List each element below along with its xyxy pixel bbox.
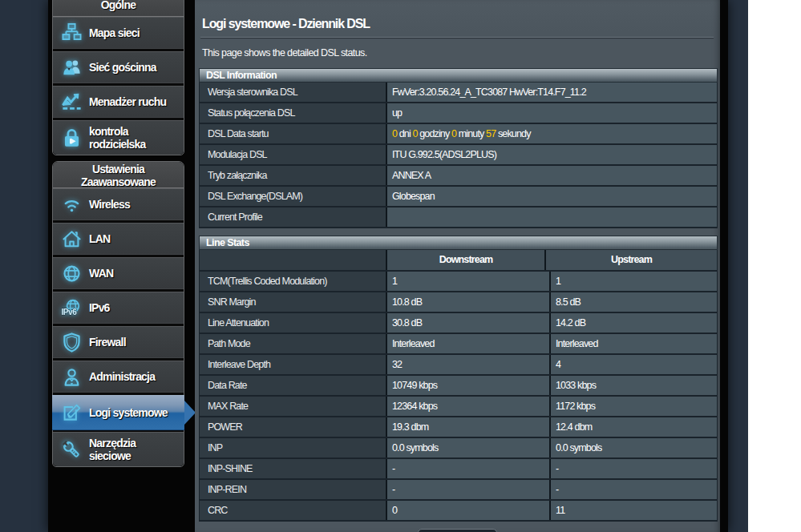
svg-text:IPv6: IPv6 <box>61 307 77 316</box>
